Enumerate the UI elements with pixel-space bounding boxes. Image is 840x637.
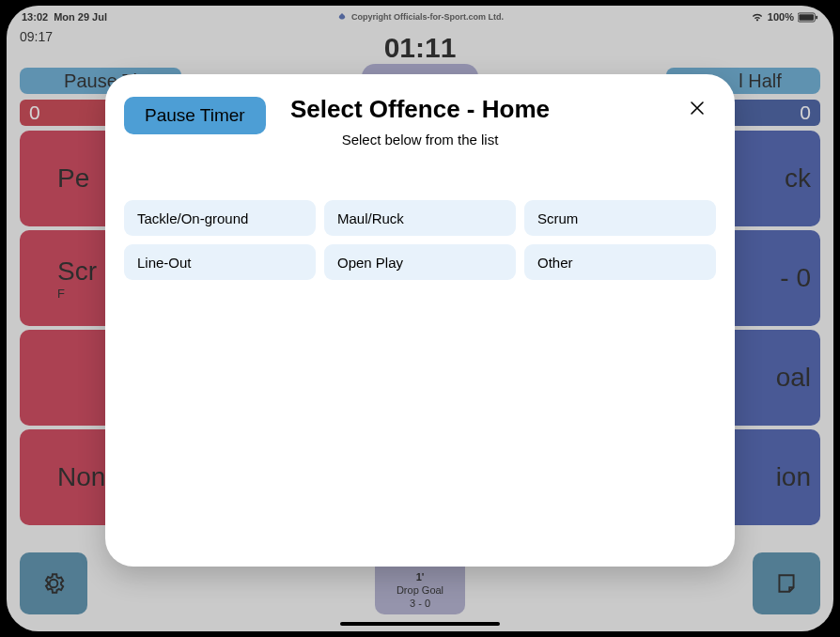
settings-button[interactable]	[20, 552, 87, 614]
notes-button[interactable]	[753, 552, 820, 614]
offence-option-open-play[interactable]: Open Play	[324, 244, 516, 280]
secondary-clock: 09:17	[20, 29, 53, 44]
offence-option-maul-ruck[interactable]: Maul/Ruck	[324, 200, 516, 236]
gear-icon	[41, 571, 66, 596]
main-timer: 01:11	[384, 32, 457, 64]
whistle-icon	[336, 12, 348, 22]
offence-option-scrum[interactable]: Scrum	[524, 200, 716, 236]
offence-option-tackle[interactable]: Tackle/On-ground	[124, 200, 316, 236]
svg-rect-1	[799, 14, 814, 20]
close-icon	[690, 101, 705, 116]
svg-rect-2	[816, 15, 817, 19]
battery-pct: 100%	[768, 11, 794, 23]
modal-close-button[interactable]	[686, 97, 708, 119]
battery-icon	[798, 12, 818, 23]
offence-option-other[interactable]: Other	[524, 244, 716, 280]
last-event-minute: 1'	[416, 570, 425, 583]
status-bar: 13:02 Mon 29 Jul Copyright Officials-for…	[7, 8, 833, 25]
wifi-icon	[751, 12, 764, 23]
offence-option-line-out[interactable]: Line-Out	[124, 244, 316, 280]
offence-option-grid: Tackle/On-ground Maul/Ruck Scrum Line-Ou…	[124, 200, 716, 280]
last-event-type: Drop Goal	[397, 583, 443, 597]
select-offence-modal: Pause Timer Select Offence - Home Select…	[105, 74, 735, 567]
last-event-score: 3 - 0	[410, 597, 430, 610]
home-indicator[interactable]	[340, 622, 500, 626]
status-date: Mon 29 Jul	[54, 11, 107, 23]
status-time: 13:02	[22, 11, 48, 23]
note-icon	[774, 571, 799, 596]
modal-pause-timer-button[interactable]: Pause Timer	[124, 97, 266, 134]
status-copyright-wrap: Copyright Officials-for-Sport.com Ltd.	[336, 12, 504, 22]
